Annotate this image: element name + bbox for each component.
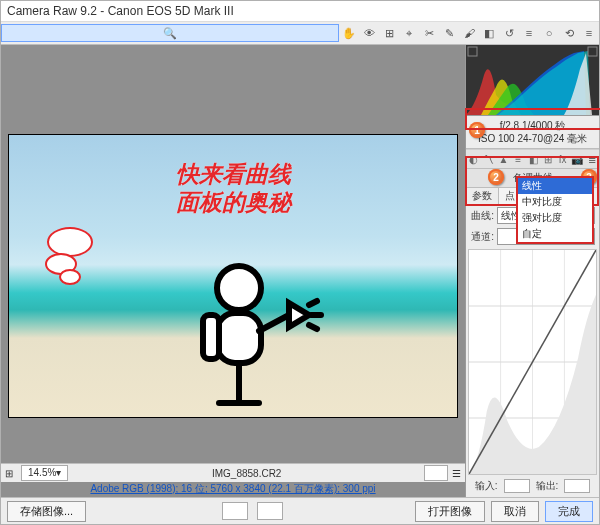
astronaut-icon: [159, 243, 329, 413]
hsl-tab-icon[interactable]: ≡: [511, 152, 525, 166]
basic-tab-icon[interactable]: ◐: [467, 152, 481, 166]
open-image-button[interactable]: 打开图像: [415, 501, 485, 522]
white-balance-icon[interactable]: 👁: [359, 24, 379, 42]
hand-tool-icon[interactable]: ✋: [339, 24, 359, 42]
curve-io-readout: 输入: 输出:: [466, 477, 599, 497]
svg-point-0: [217, 266, 261, 310]
input-value-box: [504, 479, 530, 493]
tone-curve-graph[interactable]: [468, 249, 597, 475]
camera-tab-icon[interactable]: 📷: [570, 152, 584, 166]
curve-preset-dropdown: 线性 中对比度 强对比度 自定: [516, 176, 594, 244]
target-adjust-icon[interactable]: ⌖: [399, 24, 419, 42]
graduated-filter-icon[interactable]: ≡: [519, 24, 539, 42]
preview-status-bar: ⊞ 14.5%▾ IMG_8858.CR2 ☰: [1, 463, 465, 482]
footer: 存储图像... 打开图像 取消 完成: [1, 497, 599, 524]
curve-label: 曲线:: [470, 209, 494, 223]
top-toolbar: 🔍 ✋ 👁 ⊞ ⌖ ✂ ✎ 🖌 ◧ ↺ ≡ ○ ⟲ ≡: [1, 22, 599, 45]
radial-filter-icon[interactable]: ○: [539, 24, 559, 42]
annotation-line1: 快来看曲线: [9, 159, 457, 190]
speech-bubble-icon: [47, 227, 93, 257]
image-preview[interactable]: 快来看曲线 面板的奥秘: [1, 45, 465, 463]
curve-tab-icon[interactable]: 〽: [482, 152, 496, 166]
option-strong-contrast[interactable]: 强对比度: [518, 210, 592, 226]
output-value-box: [564, 479, 590, 493]
exif-info: 1 f/2.8 1/4000 秒 ISO 100 24-70@24 毫米: [466, 116, 599, 149]
cancel-button[interactable]: 取消: [491, 501, 539, 522]
color-sampler-icon[interactable]: ⊞: [379, 24, 399, 42]
channel-label: 通道:: [470, 230, 494, 244]
split-tab-icon[interactable]: ◧: [526, 152, 540, 166]
window-title: Camera Raw 9.2 - Canon EOS 5D Mark III: [1, 1, 599, 22]
preset-tab-icon[interactable]: ≣: [585, 152, 599, 166]
svg-line-5: [309, 301, 317, 305]
done-button[interactable]: 完成: [545, 501, 593, 522]
lens-tab-icon[interactable]: ⊞: [541, 152, 555, 166]
crop-tool-icon[interactable]: ✂: [419, 24, 439, 42]
adjustment-brush-icon[interactable]: ↺: [499, 24, 519, 42]
svg-rect-1: [217, 313, 261, 363]
footer-option-b[interactable]: [257, 502, 283, 520]
panel-tabs: ◐ 〽 ▲ ≡ ◧ ⊞ fx 📷 ≣: [466, 149, 599, 169]
rotate-ccw-icon[interactable]: ⟲: [559, 24, 579, 42]
option-linear[interactable]: 线性: [518, 178, 592, 194]
chevron-down-icon: ▾: [56, 466, 61, 480]
svg-rect-9: [588, 47, 597, 56]
menu-icon[interactable]: ☰: [448, 468, 465, 479]
rotate-cw-icon[interactable]: ≡: [579, 24, 599, 42]
speech-bubble-icon: [59, 269, 81, 285]
workflow-link[interactable]: Adobe RGB (1998); 16 位; 5760 x 3840 (22.…: [1, 482, 465, 497]
grid-toggle-icon[interactable]: ⊞: [1, 468, 17, 479]
annotation-line2: 面板的奥秘: [9, 187, 457, 218]
footer-option-a[interactable]: [222, 502, 248, 520]
save-image-button[interactable]: 存储图像...: [7, 501, 86, 522]
filename: IMG_8858.CR2: [72, 468, 421, 479]
histogram[interactable]: [466, 45, 599, 116]
zoom-tool-icon[interactable]: 🔍: [1, 24, 339, 42]
filmstrip-toggle-icon[interactable]: [424, 465, 448, 481]
option-custom[interactable]: 自定: [518, 226, 592, 242]
redeye-icon[interactable]: ◧: [479, 24, 499, 42]
detail-tab-icon[interactable]: ▲: [497, 152, 511, 166]
subtab-parametric[interactable]: 参数: [466, 188, 498, 204]
svg-rect-8: [468, 47, 477, 56]
straighten-icon[interactable]: ✎: [439, 24, 459, 42]
svg-line-7: [309, 325, 317, 329]
callout-badge-1: 1: [469, 122, 485, 138]
fx-tab-icon[interactable]: fx: [556, 152, 570, 166]
spot-removal-icon[interactable]: 🖌: [459, 24, 479, 42]
zoom-select[interactable]: 14.5%▾: [21, 465, 68, 481]
svg-rect-2: [203, 315, 219, 359]
option-medium-contrast[interactable]: 中对比度: [518, 194, 592, 210]
callout-badge-2: 2: [488, 169, 504, 185]
